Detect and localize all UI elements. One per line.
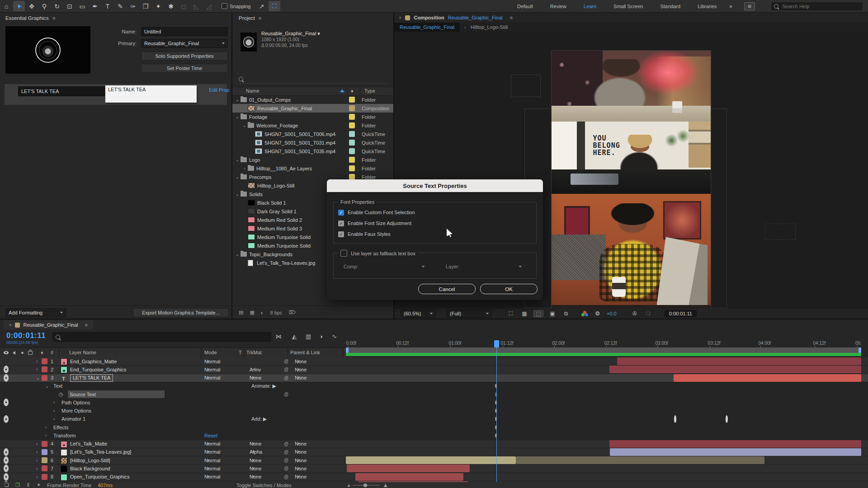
blend-mode-dropdown[interactable]: Normal [204,374,237,382]
tool-icon[interactable]: ⚲ [38,1,50,11]
layer-name[interactable]: Open_Turquoise_Graphics [70,473,130,481]
track-matte-dropdown[interactable]: Alpha [250,448,281,456]
dialog-checkbox-row[interactable]: ✓ Enable Font Size Adjustment [338,218,536,229]
playhead-handle[interactable] [494,340,499,347]
shy-layers-icon[interactable]: ⇕ [26,482,30,488]
layer-dropdown[interactable]: Layer: [446,264,522,269]
project-tree-row[interactable]: ⌄ 01_Output_Comps Folder [232,95,393,104]
label-color-chip[interactable] [42,358,47,364]
blend-mode-dropdown[interactable]: Normal [204,456,237,464]
snapping-toggle[interactable]: Snapping [222,3,251,9]
sort-ascending-icon[interactable] [340,89,344,92]
layer-track[interactable]: I [346,390,861,398]
viewer-timecode[interactable]: 0:00:01:11 [665,310,697,317]
t-column[interactable]: T [239,350,242,355]
pick-whip-icon[interactable]: @ [284,456,288,464]
timeline-layer-row[interactable]: › 2 ❖ End_Turquoise_Graphics Normal A.In… [0,366,868,374]
timeline-layer-row[interactable]: ⌄ 3 T LET'S TALK TEA Normal None @ None [0,374,868,382]
resolution-dropdown[interactable]: (Full) [447,310,492,318]
pick-whip-icon[interactable]: @ [284,440,288,448]
time-ruler[interactable]: 0:00f 00:12f 01:00f 01:12f [346,329,861,347]
layer-track[interactable] [346,357,861,365]
motion-blur-footer-icon[interactable]: ✦ [37,482,41,488]
track-matte-dropdown[interactable]: None [250,456,281,464]
expander-icon[interactable]: › [36,473,38,481]
parent-dropdown[interactable]: None [295,374,338,382]
expander-icon[interactable]: › [53,415,55,423]
expander-icon[interactable]: › [53,407,55,415]
project-search[interactable] [239,75,388,84]
panel-menu-icon[interactable]: ≡ [259,15,262,21]
mask-visibility-icon[interactable]: ▣ [548,310,557,317]
project-tree-row[interactable]: SHGN7_S001_S001_T031.mp4 QuickTime [232,138,393,147]
track-matte-dropdown[interactable]: A.Inv [250,366,281,373]
timeline-layer-row[interactable]: › More Options I [0,407,868,415]
label-color-chip[interactable] [349,157,355,163]
label-color-chip[interactable] [42,375,47,381]
label-color-chip[interactable] [349,114,355,120]
export-mgt-button[interactable]: Export Motion Graphics Template... [133,308,229,317]
layer-track[interactable]: I [346,382,861,390]
workspace-tab[interactable]: Review [549,2,567,10]
layer-duration-bar[interactable] [347,465,469,472]
tool-icon[interactable]: ◿ [203,1,215,11]
track-matte-dropdown[interactable]: None [250,440,281,448]
expander-icon[interactable]: › [36,366,38,373]
timeline-zoom-slider[interactable]: ▴ ▲ [348,482,388,488]
project-item-name[interactable]: Reusable_Graphic_Final ▾ [261,31,320,37]
visibility-toggle[interactable] [4,465,11,472]
workspace-tab[interactable]: Libraries [697,2,717,10]
work-area-start-handle[interactable] [346,347,349,353]
panel-menu-icon[interactable]: ≡ [85,322,88,328]
timeline-layer-row[interactable]: › Animator 1 Add: ▶ I [0,415,868,423]
solo-supported-properties-button[interactable]: Solo Supported Properties [141,52,228,61]
tool-icon[interactable]: T [102,1,113,11]
timeline-layer-row[interactable]: › 8 Open_Turquoise_Graphics Normal None … [0,473,868,481]
layer-track[interactable] [346,465,861,472]
pick-whip-icon[interactable]: @ [284,390,288,398]
edit-properties-link[interactable]: Edit Prop [209,87,232,93]
region-of-interest-icon[interactable]: ⬚ [533,310,543,317]
timeline-layer-row[interactable]: › 7 Black Background Normal None @ None [0,465,868,473]
pick-whip-icon[interactable]: @ [284,357,288,365]
timeline-layer-row[interactable]: › 1 ● End_Graphics_Matte Normal @ None [0,357,868,366]
snapping-checkbox[interactable] [222,3,227,9]
layer-duration-bar[interactable] [346,456,516,464]
parent-dropdown[interactable]: None [295,465,338,472]
parent-dropdown[interactable]: None [295,473,338,481]
checkbox-icon[interactable]: ✓ [338,231,344,237]
tool-icon[interactable]: ✱ [165,1,177,11]
layer-name[interactable]: Text [53,382,62,390]
expander-icon[interactable]: ⌄ [235,192,240,197]
workspace-overflow-icon[interactable]: » [729,3,732,9]
layer-track[interactable]: I [346,399,861,406]
layer-name[interactable]: Let's_Talk_Matte [70,440,107,448]
layer-track[interactable] [346,440,861,448]
expander-icon[interactable]: ⌄ [242,123,247,128]
fast-previews-icon[interactable]: ⛶ [506,310,515,317]
expander-icon[interactable]: › [45,432,47,439]
timeline-layer-row[interactable]: ⌄ Text Animate: ▶ I [0,382,868,390]
project-tree-row[interactable]: SHGN7_S001_S001_T035.mp4 QuickTime [232,147,393,155]
project-tree-row[interactable]: ⌄ Footage Folder [232,113,393,121]
adjustment-icon[interactable]: ◐ [261,310,264,315]
project-tree-row[interactable]: ⌄ Welcome_Footage Folder [232,121,393,130]
solo-column-icon[interactable]: ● [21,350,24,355]
tool-icon[interactable]: ◻ [178,1,189,11]
layer-track[interactable] [346,473,861,481]
visibility-toggle[interactable] [4,382,11,390]
layer-name[interactable]: [Hilltop_Logo-Still] [70,456,110,464]
new-folder-icon[interactable]: ▤ [239,310,243,315]
expander-icon[interactable]: › [45,423,47,431]
expander-icon[interactable]: ⌄ [45,382,49,390]
close-icon[interactable]: × [9,322,12,328]
work-area-end-handle[interactable] [859,347,861,353]
checkbox-icon[interactable]: ✓ [338,210,344,216]
motion-blur-icon[interactable]: ◑ [319,333,323,340]
label-color-chip[interactable] [349,131,355,137]
layer-track[interactable] [346,366,861,373]
label-color-chip[interactable] [42,457,47,463]
timeline-layer-row[interactable]: › Path Options I [0,399,868,407]
layer-name[interactable]: End_Turquoise_Graphics [70,366,126,373]
expander-icon[interactable]: › [36,448,38,456]
